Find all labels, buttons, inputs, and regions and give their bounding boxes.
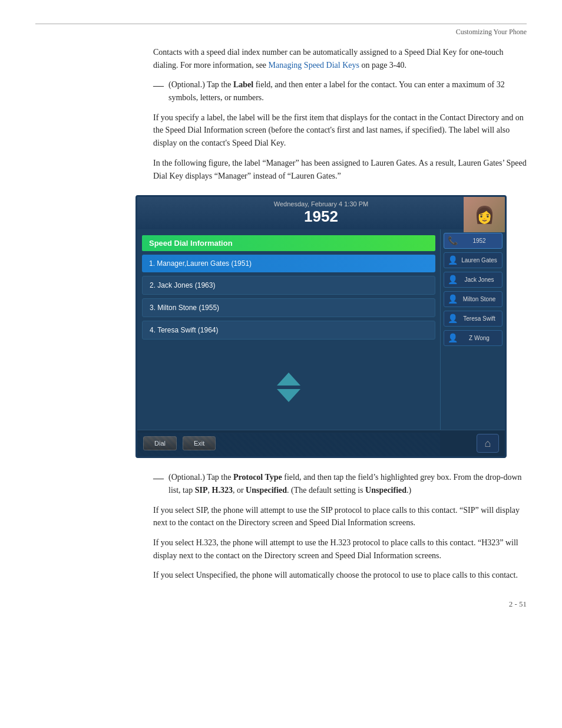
scroll-down-icon[interactable]: [277, 389, 300, 402]
speed-key-4[interactable]: 👤 Teresa Swift: [444, 311, 503, 327]
speed-key-5[interactable]: 👤 Z Wong: [444, 330, 503, 346]
speed-key-label-3: Milton Stone: [461, 296, 498, 302]
dash-icon-2: —: [153, 471, 165, 486]
phone-icon: 📞: [448, 236, 458, 246]
phone-body: Speed Dial Information 1. Manager,Lauren…: [137, 229, 505, 430]
speed-key-3[interactable]: 👤 Milton Stone: [444, 291, 503, 307]
contact-list: 1. Manager,Lauren Gates (1951) 2. Jack J…: [137, 255, 440, 344]
unspecified-description: If you select Unspecified, the phone wil…: [153, 569, 527, 582]
phone-avatar: 👩: [464, 197, 505, 232]
contact-item-1[interactable]: 1. Manager,Lauren Gates (1951): [142, 255, 435, 272]
phone-screenshot: Wednesday, February 4 1:30 PM 1952 👩 Spe…: [135, 195, 507, 458]
speed-key-ext-label: 1952: [461, 238, 498, 244]
content-area: Contacts with a speed dial index number …: [153, 46, 527, 609]
bullet-protocol-text: (Optional.) Tap the Protocol Type field,…: [168, 471, 527, 496]
phone-right-panel: 📞 1952 👤 Lauren Gates 👤 Jack Jones 👤 Mil…: [440, 229, 505, 430]
managing-speed-dial-link[interactable]: Managing Speed Dial Keys: [269, 61, 359, 70]
speed-key-ext[interactable]: 📞 1952: [444, 233, 503, 249]
contact-item-2[interactable]: 2. Jack Jones (1963): [142, 276, 435, 295]
speed-key-2[interactable]: 👤 Jack Jones: [444, 272, 503, 288]
speed-key-label-5: Z Wong: [461, 335, 498, 341]
chapter-header: Customizing Your Phone: [35, 24, 527, 46]
person-icon-1: 👤: [448, 255, 458, 265]
bullet-protocol: — (Optional.) Tap the Protocol Type fiel…: [153, 471, 527, 496]
speed-key-label-2: Jack Jones: [461, 276, 498, 283]
speed-key-label-4: Teresa Swift: [461, 315, 498, 322]
h323-description: If you select H.323, the phone will atte…: [153, 536, 527, 562]
home-button[interactable]: ⌂: [477, 434, 499, 453]
contact-item-3[interactable]: 3. Milton Stone (1955): [142, 298, 435, 317]
person-icon-5: 👤: [448, 333, 458, 343]
phone-top-bar: Wednesday, February 4 1:30 PM 1952 👩: [137, 197, 505, 229]
phone-date-time: Wednesday, February 4 1:30 PM: [274, 200, 368, 207]
contact-item-4[interactable]: 4. Teresa Swift (1964): [142, 321, 435, 340]
bullet-label: — (Optional.) Tap the Label field, and t…: [153, 78, 527, 104]
dash-icon: —: [153, 78, 165, 93]
page-number: 2 - 51: [153, 599, 527, 609]
page: Customizing Your Phone Contacts with a s…: [0, 0, 562, 644]
phone-left-panel: Speed Dial Information 1. Manager,Lauren…: [137, 229, 440, 430]
speed-key-1[interactable]: 👤 Lauren Gates: [444, 252, 503, 268]
avatar-image: 👩: [464, 197, 505, 232]
speed-key-label-1: Lauren Gates: [461, 257, 498, 263]
scroll-up-icon[interactable]: [277, 373, 300, 386]
person-icon-4: 👤: [448, 314, 458, 324]
scroll-arrows: [137, 344, 440, 430]
label-description-p1: If you specify a label, the label will b…: [153, 111, 527, 150]
speed-dial-header: Speed Dial Information: [142, 235, 435, 251]
header-label: Customizing Your Phone: [456, 28, 527, 36]
decorative-pattern: [137, 433, 440, 456]
person-icon-2: 👤: [448, 275, 458, 285]
phone-header-center: Wednesday, February 4 1:30 PM 1952: [274, 200, 368, 226]
bullet-label-text: (Optional.) Tap the Label field, and the…: [168, 78, 527, 104]
label-description-p2: In the following figure, the label “Mana…: [153, 157, 527, 182]
sip-description: If you select SIP, the phone will attemp…: [153, 504, 527, 529]
intro-paragraph: Contacts with a speed dial index number …: [153, 46, 527, 71]
phone-extension: 1952: [274, 207, 368, 226]
person-icon-3: 👤: [448, 294, 458, 304]
